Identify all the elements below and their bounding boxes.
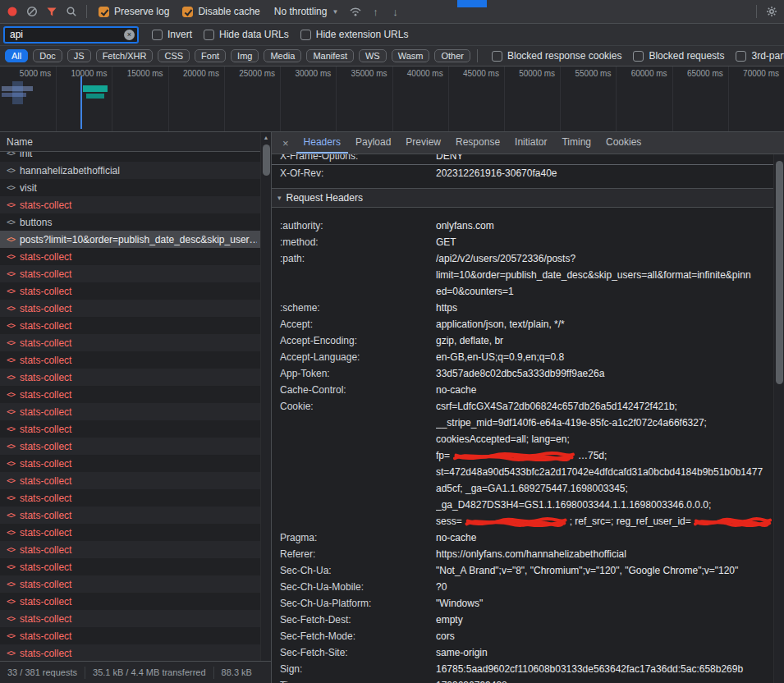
settings-gear-icon[interactable] <box>763 2 781 21</box>
script-icon: <> <box>7 183 15 192</box>
disable-cache-checkbox[interactable]: Disable cache <box>182 6 259 17</box>
network-filter-input[interactable] <box>4 27 138 43</box>
header-row: Sec-Fetch-Mode:cors <box>272 628 773 644</box>
details-scrollbar[interactable] <box>773 154 784 683</box>
request-row[interactable]: <>stats-collect <box>0 507 260 524</box>
request-row[interactable]: <>buttons <box>0 213 260 231</box>
request-row[interactable]: <>stats-collect <box>0 369 260 386</box>
hide-data-urls-checkbox[interactable]: Hide data URLs <box>204 29 289 40</box>
type-filter-js[interactable]: JS <box>67 49 91 62</box>
script-icon: <> <box>7 269 15 278</box>
export-har-icon[interactable]: ↓ <box>386 2 404 21</box>
request-row[interactable]: <>stats-collect <box>0 541 260 558</box>
request-name: stats-collect <box>20 458 257 470</box>
request-row[interactable]: <>stats-collect <box>0 403 260 420</box>
request-row[interactable]: <>stats-collect <box>0 386 260 403</box>
header-value-text: sess= <box>436 516 462 527</box>
header-name: Pragma: <box>280 529 436 546</box>
preserve-log-checkbox[interactable]: Preserve log <box>99 6 169 17</box>
type-filter-media[interactable]: Media <box>264 49 301 62</box>
tab-response[interactable]: Response <box>448 132 507 154</box>
checkbox-3rd-party-requests[interactable]: 3rd-party requests <box>736 50 784 62</box>
request-row[interactable]: <>stats-collect <box>0 282 260 300</box>
request-row[interactable]: <>stats-collect <box>0 644 260 661</box>
header-value-text: ad5cf; _ga=GA1.1.689275447.1698003345; <box>436 483 628 494</box>
request-name: stats-collect <box>20 493 257 504</box>
request-row[interactable]: <>stats-collect <box>0 248 260 265</box>
type-filter-manifest[interactable]: Manifest <box>306 49 354 62</box>
request-row[interactable]: <>hannahelizabethofficial <box>0 162 260 179</box>
import-har-icon[interactable]: ↑ <box>366 2 384 21</box>
network-conditions-icon[interactable] <box>346 2 364 21</box>
request-row[interactable]: <>stats-collect <box>0 575 260 593</box>
type-filter-ws[interactable]: WS <box>359 49 387 62</box>
request-headers-section[interactable]: ▾ Request Headers <box>272 188 773 208</box>
request-row[interactable]: <>stats-collect <box>0 489 260 507</box>
request-row[interactable]: <>stats-collect <box>0 472 260 489</box>
preserve-log-label: Preserve log <box>114 6 169 17</box>
clear-network-log-button[interactable] <box>23 2 41 21</box>
tab-headers[interactable]: Headers <box>296 132 348 154</box>
name-column-label: Name <box>7 136 33 148</box>
request-row[interactable]: <>stats-collect <box>0 265 260 282</box>
request-row[interactable]: <>stats-collect <box>0 593 260 610</box>
type-filter-doc[interactable]: Doc <box>33 49 62 62</box>
request-row[interactable]: <>stats-collect <box>0 334 260 351</box>
record-button[interactable] <box>3 2 21 21</box>
request-row[interactable]: <>stats-collect <box>0 196 260 213</box>
tab-preview[interactable]: Preview <box>398 132 448 154</box>
script-icon: <> <box>7 166 15 175</box>
request-row[interactable]: <>init <box>0 152 260 162</box>
scroll-up-icon[interactable]: ▲ <box>261 132 271 143</box>
scrollbar-thumb[interactable] <box>263 144 270 176</box>
chevron-down-icon: ▼ <box>332 8 338 16</box>
request-row[interactable]: <>stats-collect <box>0 524 260 541</box>
checkbox-icon <box>300 30 311 40</box>
tab-initiator[interactable]: Initiator <box>507 132 554 154</box>
request-name: stats-collect <box>20 303 257 314</box>
type-filter-css[interactable]: CSS <box>158 49 190 62</box>
checkbox-blocked-requests[interactable]: Blocked requests <box>633 50 724 62</box>
request-row[interactable]: <>stats-collect <box>0 351 260 369</box>
request-row[interactable]: <>stats-collect <box>0 317 260 334</box>
throttling-dropdown[interactable]: No throttling ▼ <box>274 6 339 17</box>
tab-cookies[interactable]: Cookies <box>598 132 649 154</box>
requests-scrollbar[interactable]: ▲ <box>260 132 271 661</box>
name-column-header[interactable]: Name <box>0 132 271 152</box>
invert-checkbox[interactable]: Invert <box>152 29 192 40</box>
close-icon[interactable]: × <box>275 137 296 149</box>
type-filter-other[interactable]: Other <box>434 49 470 62</box>
request-name: stats-collect <box>20 355 257 366</box>
toolbar-divider <box>86 5 87 18</box>
header-row: Sign:16785:5aad9602cf110608b03133de56364… <box>272 661 773 677</box>
search-icon[interactable] <box>62 2 80 21</box>
type-filter-wasm[interactable]: Wasm <box>392 49 430 62</box>
script-icon: <> <box>7 338 15 347</box>
timeline-overview[interactable]: 5000 ms10000 ms15000 ms20000 ms25000 ms3… <box>0 66 784 132</box>
request-row[interactable]: <>visit <box>0 179 260 196</box>
request-row[interactable]: <>posts?limit=10&order=publish_date_desc… <box>0 231 260 248</box>
header-name: Cookie: <box>280 398 436 529</box>
request-row[interactable]: <>stats-collect <box>0 627 260 644</box>
type-filter-fetch-xhr[interactable]: Fetch/XHR <box>96 49 154 62</box>
request-row[interactable]: <>stats-collect <box>0 610 260 627</box>
filter-icon[interactable] <box>43 2 61 21</box>
type-filter-font[interactable]: Font <box>195 49 226 62</box>
clear-input-icon[interactable]: × <box>124 30 135 40</box>
request-row[interactable]: <>stats-collect <box>0 455 260 472</box>
tab-payload[interactable]: Payload <box>348 132 398 154</box>
checkbox-blocked-response-cookies[interactable]: Blocked response cookies <box>492 50 621 62</box>
tab-timing[interactable]: Timing <box>554 132 598 154</box>
header-value-text: csrf=LdfcGX4Sa72db06824c657db26a5d142472… <box>436 401 677 412</box>
header-row: Sec-Ch-Ua:"Not_A Brand";v="8", "Chromium… <box>272 562 773 579</box>
request-row[interactable]: <>stats-collect <box>0 420 260 438</box>
script-icon: <> <box>7 562 15 571</box>
request-row[interactable]: <>stats-collect <box>0 438 260 455</box>
scrollbar-thumb[interactable] <box>776 161 783 384</box>
hide-extension-urls-checkbox[interactable]: Hide extension URLs <box>300 29 409 40</box>
type-filter-img[interactable]: Img <box>231 49 259 62</box>
request-row[interactable]: <>stats-collect <box>0 300 260 317</box>
request-row[interactable]: <>stats-collect <box>0 558 260 575</box>
type-filter-all[interactable]: All <box>5 49 28 62</box>
script-icon: <> <box>7 442 15 451</box>
